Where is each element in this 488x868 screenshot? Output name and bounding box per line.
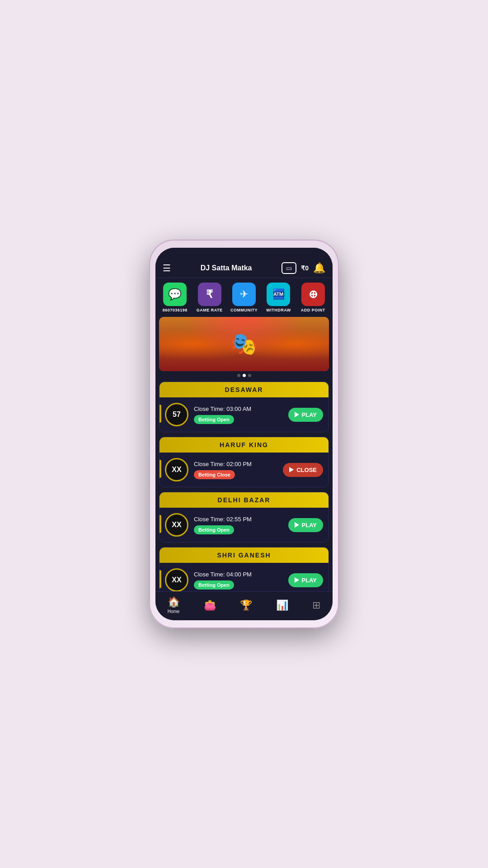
betting-badge-0: Betting Open: [194, 415, 234, 424]
add-point-button[interactable]: ⊕ ADD POINT: [297, 283, 329, 312]
whatsapp-icon-box: 💬: [163, 283, 187, 306]
game-number-1: XX: [165, 458, 188, 481]
nav-chart[interactable]: 📊: [276, 599, 288, 611]
game-title-3: SHRI GANESH: [217, 552, 271, 559]
wallet-button[interactable]: ▭: [282, 262, 296, 274]
withdraw-button[interactable]: 🏧 WITHDRAW: [263, 283, 294, 312]
nav-home[interactable]: 🏠 Home: [168, 596, 180, 614]
betting-badge-3: Betting Open: [194, 580, 234, 590]
play-icon-0: [295, 412, 299, 417]
app-title: DJ Satta Matka: [201, 264, 252, 272]
game-number-3: XX: [165, 568, 188, 591]
home-icon: 🏠: [168, 596, 180, 608]
nav-wallet[interactable]: 👛: [204, 599, 216, 611]
quick-actions-row: 💬 8607036198 ₹ GAME RATE ✈ COMMUNITY 🏧: [155, 278, 333, 317]
game-number-2: XX: [165, 513, 188, 537]
game-header-3: SHRI GANESH: [160, 547, 328, 563]
send-icon: ✈: [240, 288, 248, 300]
close-time-2: Close Time: 02:55 PM: [194, 516, 283, 523]
bottom-navigation: 🏠 Home 👛 🏆 📊 ⊞: [155, 591, 333, 620]
game-header-1: HARUF KING: [160, 437, 328, 453]
close-time-3: Close Time: 04:00 PM: [194, 571, 283, 578]
banner-image: 🎭: [159, 317, 329, 371]
play-button-0[interactable]: PLAY: [288, 408, 323, 422]
menu-button[interactable]: ☰: [163, 263, 171, 274]
game-info-3: Close Time: 04:00 PM Betting Open: [194, 571, 283, 590]
banner-decoration: 🎭: [159, 317, 329, 371]
chart-icon: 📊: [276, 599, 288, 611]
trophy-icon: 🏆: [240, 599, 252, 611]
close-time-0: Close Time: 03:00 AM: [194, 406, 283, 412]
banner-dot-2: [243, 374, 246, 377]
game-card-delhi-bazar: DELHI BAZAR XX Close Time: 02:55 PM Bett…: [159, 492, 329, 542]
add-point-icon-box: ⊕: [301, 283, 325, 306]
play-button-1[interactable]: CLOSE: [283, 463, 323, 477]
game-title-1: HARUF KING: [220, 441, 268, 448]
game-info-2: Close Time: 02:55 PM Betting Open: [194, 516, 283, 534]
banner-portrait: 🎭: [230, 331, 258, 357]
betting-badge-2: Betting Open: [194, 525, 234, 534]
phone-screen: ☰ DJ Satta Matka ▭ ₹0 🔔 💬 8607036198: [155, 248, 333, 620]
game-body-3: XX Close Time: 04:00 PM Betting Open PLA…: [160, 563, 328, 591]
hamburger-icon: ☰: [163, 263, 171, 273]
withdraw-icon-box: 🏧: [267, 283, 290, 306]
game-title-0: DESAWAR: [225, 386, 263, 393]
game-card-shri-ganesh: SHRI GANESH XX Close Time: 04:00 PM Bett…: [159, 547, 329, 591]
game-rate-label: GAME RATE: [197, 308, 223, 312]
game-rate-icon-box: ₹: [198, 283, 221, 306]
add-point-label: ADD POINT: [301, 308, 325, 312]
banner-section: 🎭: [155, 317, 333, 382]
grid-icon: ⊞: [312, 599, 320, 611]
play-icon-1: [289, 467, 294, 472]
balance-display: ₹0: [301, 264, 309, 272]
status-bar: [155, 248, 333, 259]
wallet-nav-icon: 👛: [204, 599, 216, 611]
banner-dot-1: [237, 374, 240, 377]
game-header-2: DELHI BAZAR: [160, 492, 328, 508]
game-header-0: DESAWAR: [160, 382, 328, 397]
phone-frame: ☰ DJ Satta Matka ▭ ₹0 🔔 💬 8607036198: [149, 240, 339, 628]
nav-trophy[interactable]: 🏆: [240, 599, 252, 611]
whatsapp-button[interactable]: 💬 8607036198: [159, 283, 191, 312]
notification-button[interactable]: 🔔: [313, 262, 325, 274]
game-info-1: Close Time: 02:00 PM Betting Close: [194, 461, 277, 479]
bell-icon: 🔔: [313, 262, 325, 274]
betting-badge-1: Betting Close: [194, 470, 235, 479]
game-rate-button[interactable]: ₹ GAME RATE: [193, 283, 225, 312]
community-label: COMMUNITY: [230, 308, 258, 312]
header-actions: ▭ ₹0 🔔: [282, 262, 325, 274]
community-icon-box: ✈: [232, 283, 256, 306]
community-button[interactable]: ✈ COMMUNITY: [228, 283, 260, 312]
atm-icon: 🏧: [272, 288, 285, 300]
whatsapp-icon: 💬: [168, 288, 182, 301]
game-title-2: DELHI BAZAR: [218, 496, 271, 504]
game-number-0: 57: [165, 403, 188, 426]
close-time-1: Close Time: 02:00 PM: [194, 461, 277, 467]
game-card-haruf-king: HARUF KING XX Close Time: 02:00 PM Betti…: [159, 437, 329, 487]
games-list: DESAWAR 57 Close Time: 03:00 AM Betting …: [155, 382, 333, 591]
banner-dot-3: [248, 374, 251, 377]
banner-dots: [159, 374, 329, 377]
wallet-icon: ▭: [286, 264, 292, 272]
plus-circle-icon: ⊕: [309, 288, 318, 301]
rupee-icon: ₹: [206, 288, 213, 301]
game-card-desawar: DESAWAR 57 Close Time: 03:00 AM Betting …: [159, 382, 329, 432]
play-icon-3: [295, 577, 299, 583]
play-icon-2: [295, 522, 299, 528]
app-header: ☰ DJ Satta Matka ▭ ₹0 🔔: [155, 259, 333, 278]
play-button-2[interactable]: PLAY: [288, 518, 323, 532]
nav-grid[interactable]: ⊞: [312, 599, 320, 611]
play-button-3[interactable]: PLAY: [288, 573, 323, 587]
game-body-2: XX Close Time: 02:55 PM Betting Open PLA…: [160, 508, 328, 542]
whatsapp-label: 8607036198: [163, 308, 188, 312]
withdraw-label: WITHDRAW: [266, 308, 291, 312]
home-label: Home: [168, 609, 180, 614]
game-info-0: Close Time: 03:00 AM Betting Open: [194, 406, 283, 424]
game-body-0: 57 Close Time: 03:00 AM Betting Open PLA…: [160, 397, 328, 432]
game-body-1: XX Close Time: 02:00 PM Betting Close CL…: [160, 453, 328, 487]
